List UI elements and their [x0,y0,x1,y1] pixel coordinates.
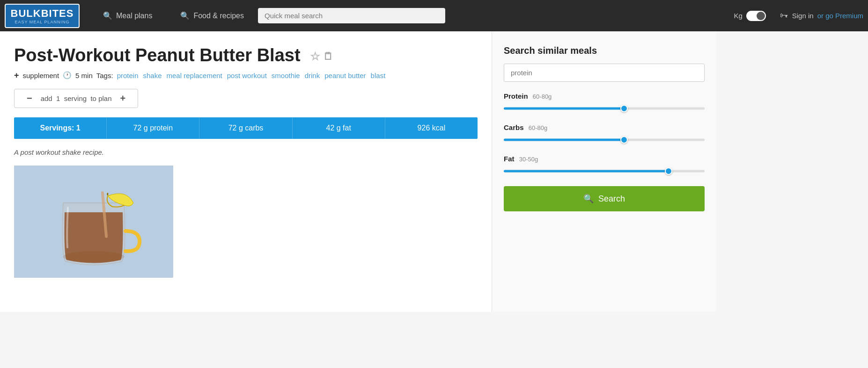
sidebar-title: Search similar meals [504,45,705,56]
sign-in-link[interactable]: Sign in [792,12,814,20]
servings-count: 1 [56,94,60,102]
fat-slider-wrapper [504,166,705,176]
tag-protein[interactable]: protein [117,72,139,79]
servings-to: to plan [90,94,111,102]
tag-blast[interactable]: blast [371,72,386,79]
protein-track-fill [504,108,624,110]
supplement-plus-icon: + [14,71,19,80]
meal-image [14,166,173,278]
sidebar: Search similar meals Protein 60-80g Carb… [492,31,716,312]
tag-peanut-butter[interactable]: peanut butter [324,72,366,79]
unit-toggle-pill[interactable] [746,11,766,21]
search-button-icon: 🔍 [583,194,594,204]
tag-smoothie[interactable]: smoothie [272,72,300,79]
carbs-slider-container: Carbs 60-80g [504,123,705,144]
main-container: Post-Workout Peanut Butter Blast ☆ 🗒 + s… [0,31,868,312]
tag-shake[interactable]: shake [143,72,162,79]
quick-search-input[interactable] [258,8,445,23]
tag-meal-replacement[interactable]: meal replacement [167,72,222,79]
meal-title-text: Post-Workout Peanut Butter Blast [14,45,301,65]
nutrition-carbs: 72 g carbs [199,117,292,139]
fat-range: 30-50g [519,156,538,163]
nav-meal-plans[interactable]: 🔍 Meal plans [89,0,166,31]
servings-text: add 1 serving to plan [41,94,112,102]
logo[interactable]: BULKBITES EASY MEAL PLANNING [5,4,80,28]
fat-slider-container: Fat 30-50g [504,155,705,176]
servings-add-label: add [41,94,52,102]
meal-image-svg [14,166,173,278]
logo-title: BULKBITES [11,7,74,20]
unit-toggle: Kg [734,11,765,21]
search-icon-foodrecipes: 🔍 [180,11,190,20]
title-icons: ☆ 🗒 [310,50,333,63]
tag-drink[interactable]: drink [305,72,320,79]
nav-food-recipes[interactable]: 🔍 Food & recipes [166,0,258,31]
content-area: Post-Workout Peanut Butter Blast ☆ 🗒 + s… [0,31,492,312]
recipe-card-icon[interactable]: 🗒 [323,51,333,62]
search-similar-button[interactable]: 🔍 Search [504,186,705,211]
servings-unit: serving [64,94,87,102]
carbs-slider-thumb[interactable] [620,136,628,144]
carbs-label: Carbs 60-80g [504,123,705,131]
meal-description: A post workout shake recipe. [14,148,478,156]
unit-label: Kg [734,12,742,20]
key-icon: 🗝 [780,11,788,21]
protein-slider-wrapper [504,104,705,113]
protein-slider-container: Protein 60-80g [504,92,705,113]
protein-slider-thumb[interactable] [620,105,628,112]
premium-link[interactable]: or go Premium [817,12,863,20]
carbs-track-fill [504,139,624,141]
search-similar-input[interactable] [504,64,705,82]
protein-label: Protein 60-80g [504,92,705,100]
nav-meal-plans-label: Meal plans [116,12,152,20]
navbar: BULKBITES EASY MEAL PLANNING 🔍 Meal plan… [0,0,868,31]
nutrition-protein: 72 g protein [107,117,199,139]
servings-decrease-button[interactable]: − [23,93,36,104]
servings-control: − add 1 serving to plan + [14,89,138,108]
nav-food-recipes-label: Food & recipes [193,12,244,20]
favorite-star-icon[interactable]: ☆ [310,50,320,63]
protein-range: 60-80g [533,93,552,100]
fat-track-fill [504,170,669,173]
meta-row: + supplement 🕐 5 min Tags: protein shake… [14,71,478,80]
fat-slider-thumb[interactable] [665,167,672,175]
nutrition-bar: Servings: 1 72 g protein 72 g carbs 42 g… [14,117,478,139]
page-title: Post-Workout Peanut Butter Blast ☆ 🗒 [14,45,478,66]
logo-subtitle: EASY MEAL PLANNING [15,20,69,24]
sign-in-area: 🗝 Sign in or go Premium [780,11,863,21]
nutrition-kcal: 926 kcal [385,117,478,139]
fat-label: Fat 30-50g [504,155,705,163]
time-value: 5 min [75,72,93,79]
search-icon-mealplans: 🔍 [103,11,112,20]
carbs-range: 60-80g [529,124,547,131]
supplement-label: supplement [23,72,59,79]
tags-label: Tags: [96,72,113,79]
nutrition-fat: 42 g fat [293,117,385,139]
servings-increase-button[interactable]: + [117,93,130,104]
nutrition-servings: Servings: 1 [14,117,107,139]
clock-icon: 🕐 [63,71,72,79]
search-button-label: Search [598,194,625,204]
tag-post-workout[interactable]: post workout [227,72,267,79]
carbs-slider-wrapper [504,135,705,144]
